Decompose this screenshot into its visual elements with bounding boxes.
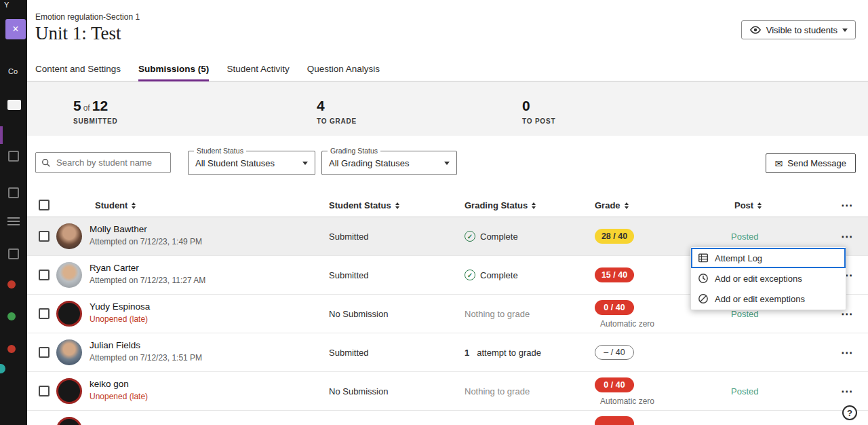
avatar	[56, 378, 82, 404]
menu-item-add-exceptions[interactable]: Add or edit exceptions	[691, 268, 846, 289]
header-student[interactable]: Student	[95, 193, 136, 217]
avatar	[56, 262, 82, 288]
grade-pill[interactable]	[595, 416, 634, 425]
grade-pill[interactable]: 15 / 40	[595, 267, 634, 282]
grading-status: ✓ Complete	[465, 256, 518, 294]
table-row[interactable]: Julian Fields Attempted on 7/12/23, 1:51…	[27, 333, 868, 372]
stat-submitted: 5of12 SUBMITTED	[73, 98, 118, 125]
check-icon: ✓	[465, 270, 475, 280]
grade-cell[interactable]: 15 / 40	[590, 256, 639, 294]
table-header: Student Student Status Grading Status Gr…	[27, 193, 868, 217]
tab-content-and-settings[interactable]: Content and Settings	[35, 64, 121, 81]
student-name: Ryan Carter	[90, 263, 205, 273]
search-icon	[41, 158, 51, 168]
menu-item-attempt-log[interactable]: Attempt Log	[691, 248, 846, 268]
grading-status: Nothing to grade	[465, 372, 530, 410]
close-panel-button[interactable]: ×	[5, 19, 26, 39]
row-checkbox[interactable]	[39, 386, 50, 396]
student-status: No Submission	[329, 372, 388, 410]
chevron-down-icon	[302, 162, 308, 165]
stat-label: SUBMITTED	[73, 117, 118, 125]
help-button[interactable]: ?	[842, 405, 857, 420]
backdrop-text-fragment: Co	[8, 67, 18, 75]
eye-icon	[749, 26, 762, 34]
header-grade[interactable]: Grade	[595, 193, 629, 217]
table-row-partial[interactable]	[27, 411, 868, 425]
grade-cell[interactable]	[590, 411, 639, 425]
select-value: All Grading Statuses	[329, 151, 410, 174]
backdrop-green-dot-icon	[7, 312, 16, 320]
header-grading-status[interactable]: Grading Status	[465, 193, 536, 217]
backdrop-teal-dot-icon	[0, 364, 5, 373]
prohibit-icon	[698, 293, 709, 304]
sort-icon	[532, 202, 536, 209]
menu-lines-icon	[7, 217, 20, 227]
header-more-icon[interactable]: ⋯	[835, 193, 859, 217]
tab-bar: Content and Settings Submissions (5) Stu…	[27, 62, 868, 81]
row-checkbox[interactable]	[39, 308, 50, 319]
send-message-button[interactable]: ✉ Send Message	[766, 153, 856, 173]
menu-item-add-exemptions[interactable]: Add or edit exemptions	[691, 289, 846, 309]
backdrop-item-icon	[8, 151, 19, 162]
tab-submissions[interactable]: Submissions (5)	[138, 64, 209, 81]
backdrop-text-fragment: Y	[4, 1, 9, 9]
grade-pill[interactable]: – / 40	[595, 345, 634, 360]
header-post[interactable]: Post	[734, 193, 762, 217]
post-status[interactable]: Posted	[731, 372, 758, 410]
table-row[interactable]: keiko gon Unopened (late) No Submission …	[27, 372, 868, 411]
grade-pill[interactable]: 0 / 40	[595, 300, 634, 315]
grade-note: Automatic zero	[590, 396, 665, 406]
row-checkbox[interactable]	[39, 347, 50, 358]
grade-note: Automatic zero	[590, 319, 665, 329]
grade-pill[interactable]: 28 / 40	[595, 229, 634, 244]
assessment-panel: Emotion regulation-Section 1 Unit 1: Tes…	[27, 0, 868, 425]
mail-icon: ✉	[775, 159, 783, 168]
stat-value: 4	[317, 98, 357, 114]
attempt-info: Attempted on 7/12/23, 11:27 AM	[90, 276, 205, 285]
grade-pill[interactable]: 0 / 40	[595, 377, 634, 392]
search-input[interactable]	[55, 157, 165, 168]
backdrop-item-icon	[8, 248, 19, 259]
avatar	[56, 301, 82, 327]
visibility-dropdown[interactable]: Visible to students	[741, 20, 856, 39]
header-student-status[interactable]: Student Status	[329, 193, 399, 217]
student-status: Submitted	[329, 333, 369, 371]
student-status-select[interactable]: Student Status All Student Statuses	[188, 151, 315, 175]
student-name: Julian Fields	[90, 340, 202, 350]
chevron-down-icon	[842, 29, 848, 32]
select-value: All Student Statuses	[195, 151, 275, 174]
sort-icon	[757, 202, 762, 209]
chevron-down-icon	[444, 162, 450, 165]
student-name: keiko gon	[90, 379, 148, 389]
backdrop-accent-bar	[0, 126, 3, 144]
attempt-info: Unopened (late)	[90, 314, 150, 324]
help-icon: ?	[847, 408, 852, 418]
stat-value: 5	[73, 98, 81, 113]
attempt-info: Unopened (late)	[90, 392, 148, 401]
row-checkbox[interactable]	[39, 270, 50, 280]
grade-cell[interactable]: 28 / 40	[590, 217, 639, 255]
backdrop-red-dot-icon	[7, 345, 16, 353]
row-checkbox[interactable]	[39, 231, 50, 242]
row-more-icon[interactable]: ⋯	[835, 333, 859, 371]
stat-total: 12	[92, 98, 108, 113]
sort-icon	[625, 202, 629, 209]
send-message-label: Send Message	[787, 158, 846, 168]
tab-student-activity[interactable]: Student Activity	[226, 64, 289, 81]
row-more-icon[interactable]: ⋯	[835, 372, 859, 410]
row-context-menu: Attempt Log Add or edit exceptions Add o…	[690, 246, 846, 310]
select-all-checkbox[interactable]	[39, 200, 50, 210]
grading-status: Nothing to grade	[465, 295, 530, 333]
close-icon: ×	[12, 23, 18, 35]
tab-question-analysis[interactable]: Question Analysis	[307, 64, 380, 81]
grading-status-select[interactable]: Grading Status All Grading Statuses	[321, 151, 457, 175]
avatar	[56, 339, 82, 365]
grade-cell[interactable]: – / 40	[590, 333, 639, 371]
page-title: Unit 1: Test	[35, 23, 121, 44]
attempt-info: Attempted on 7/12/23, 1:51 PM	[90, 353, 202, 363]
avatar	[56, 417, 82, 425]
avatar	[56, 223, 82, 249]
student-status: Submitted	[329, 256, 369, 294]
student-status: Submitted	[329, 217, 369, 255]
stat-of: of	[83, 103, 90, 113]
